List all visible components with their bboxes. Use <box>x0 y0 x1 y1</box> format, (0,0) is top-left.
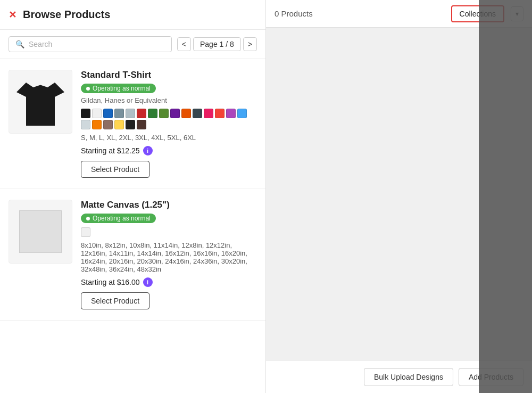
status-dot <box>86 217 90 220</box>
swatch <box>148 109 157 118</box>
svg-marker-0 <box>16 83 64 126</box>
products-list: Standard T-Shirt Operating as normal Gil… <box>0 59 265 393</box>
swatch <box>114 120 124 129</box>
browse-products-panel: ✕ Browse Products 🔍 < Page 1 / 8 > <box>0 0 266 393</box>
info-icon[interactable]: i <box>143 146 153 155</box>
swatch <box>126 120 135 129</box>
product-price: Starting at $12.25 i <box>81 146 257 155</box>
product-brand: Gildan, Hanes or Equivalent <box>81 96 257 104</box>
swatch <box>137 109 146 118</box>
bulk-upload-button[interactable]: Bulk Upload Designs <box>364 368 453 386</box>
swatch <box>170 109 180 118</box>
swatch <box>237 109 247 118</box>
status-badge: Operating as normal <box>81 84 156 93</box>
swatch <box>204 109 213 118</box>
swatch <box>103 120 113 129</box>
swatch <box>92 120 102 129</box>
product-sizes: S, M, L, XL, 2XL, 3XL, 4XL, 5XL, 6XL <box>81 134 257 142</box>
list-item: Standard T-Shirt Operating as normal Gil… <box>0 59 265 189</box>
swatch <box>126 109 135 118</box>
info-icon[interactable]: i <box>143 277 153 287</box>
color-swatches <box>81 227 257 237</box>
product-image-tshirt <box>9 70 72 134</box>
select-product-button[interactable]: Select Product <box>81 292 149 309</box>
status-text: Operating as normal <box>93 215 151 222</box>
swatch <box>181 109 191 118</box>
status-badge: Operating as normal <box>81 214 156 223</box>
next-page-button[interactable]: > <box>243 37 257 51</box>
swatch <box>137 120 146 129</box>
swatch <box>81 120 90 129</box>
list-item: Matte Canvas (1.25") Operating as normal… <box>0 189 265 321</box>
swatch <box>159 109 169 118</box>
swatch <box>114 109 124 118</box>
status-text: Operating as normal <box>93 85 151 92</box>
products-count: 0 Products <box>275 9 313 18</box>
swatch <box>193 109 202 118</box>
status-dot <box>86 87 90 91</box>
search-input-wrap[interactable]: 🔍 <box>9 36 172 52</box>
swatch <box>81 227 90 237</box>
product-image-canvas <box>9 200 72 264</box>
prev-page-button[interactable]: < <box>177 37 191 51</box>
swatch <box>81 109 90 118</box>
color-swatches <box>81 109 257 129</box>
close-icon[interactable]: ✕ <box>9 9 16 21</box>
swatch <box>103 109 113 118</box>
canvas-image <box>19 210 62 253</box>
page-label: Page 1 / 8 <box>193 37 241 51</box>
pagination: < Page 1 / 8 > <box>177 37 257 51</box>
product-name: Standard T-Shirt <box>81 70 257 80</box>
panel-title: Browse Products <box>23 9 110 21</box>
product-info-tshirt: Standard T-Shirt Operating as normal Gil… <box>81 70 257 178</box>
search-icon: 🔍 <box>15 40 24 48</box>
swatch <box>226 109 236 118</box>
dark-overlay <box>479 0 532 393</box>
product-info-canvas: Matte Canvas (1.25") Operating as normal… <box>81 200 257 309</box>
product-name: Matte Canvas (1.25") <box>81 200 257 210</box>
product-price: Starting at $16.00 i <box>81 277 257 287</box>
search-input[interactable] <box>29 40 165 48</box>
search-bar: 🔍 < Page 1 / 8 > <box>0 30 265 59</box>
swatch <box>92 109 102 118</box>
select-product-button[interactable]: Select Product <box>81 161 149 178</box>
product-sizes: 8x10in, 8x12in, 10x8in, 11x14in, 12x8in,… <box>81 241 257 273</box>
swatch <box>215 109 225 118</box>
panel-header: ✕ Browse Products <box>0 0 265 30</box>
